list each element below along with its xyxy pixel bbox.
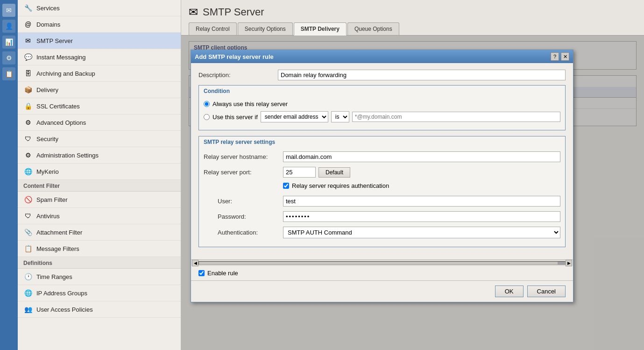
always-radio-label: Always use this relay server [212,100,288,107]
content-filter-header: Content Filter [18,180,181,192]
scrollbar-track[interactable] [198,261,566,265]
sidebar-item-advanced-label: Advanced Options [36,119,86,126]
tab-queue-options[interactable]: Queue Options [347,22,399,35]
ssl-icon: 🔒 [23,101,33,111]
main-content: ✉ SMTP Server Relay Control Security Opt… [181,0,644,350]
condition-select-2[interactable]: is [331,111,349,122]
condition-inputs: sender email address is [261,111,560,122]
user-label: User: [204,198,283,205]
sidebar-item-time-ranges[interactable]: 🕐 Time Ranges [18,269,181,285]
auth-type-select[interactable]: SMTP AUTH Command [283,227,560,238]
password-row: Password: [204,211,560,222]
sidebar-item-user-policies[interactable]: 👥 User Access Policies [18,301,181,318]
time-icon: 🕐 [23,272,33,281]
user-policies-icon: 👥 [23,305,33,314]
sidebar-item-archiving[interactable]: 🗄 Archiving and Backup [18,65,181,82]
default-port-button[interactable]: Default [318,167,350,178]
sidebar-item-advanced[interactable]: ⚙ Advanced Options [18,114,181,131]
advanced-icon: ⚙ [23,118,33,127]
scroll-left-arrow[interactable]: ◀ [192,260,198,266]
password-input[interactable] [283,211,560,222]
cancel-button[interactable]: Cancel [527,286,566,297]
enable-rule-row: Enable rule [191,266,573,280]
page-header: ✉ SMTP Server [181,0,644,22]
hostname-input[interactable] [283,151,560,162]
hostname-label: Relay server hostname: [204,153,283,160]
port-row: Relay server port: Default [204,167,560,178]
modal-title: Add SMTP relay server rule [195,53,274,60]
auth-checkbox-group: Relay server requires authentication [283,182,389,189]
icon-bar-mail[interactable]: ✉ [2,4,15,17]
auth-type-label: Authentication: [204,229,283,236]
sidebar-item-ip-groups[interactable]: 🌐 IP Address Groups [18,285,181,301]
modal-titlebar: Add SMTP relay server rule ? ✕ [191,50,573,63]
sidebar-item-archiving-label: Archiving and Backup [36,70,95,77]
relay-settings-title: SMTP relay server settings [199,136,565,148]
tab-smtp-delivery[interactable]: SMTP Delivery [294,22,347,36]
icon-bar-logs[interactable]: 📋 [2,67,15,80]
tab-relay-control[interactable]: Relay Control [189,22,237,35]
spam-icon: 🚫 [23,195,33,204]
sidebar-item-antivirus[interactable]: 🛡 Antivirus [18,208,181,224]
sidebar-item-attachment[interactable]: 📎 Attachment Filter [18,224,181,241]
description-input[interactable] [278,70,566,80]
ip-icon: 🌐 [23,288,33,298]
sidebar: 🔧 Services @ Domains ✉ SMTP Server 💬 Ins… [18,0,181,350]
sidebar-item-smtp-label: SMTP Server [36,37,73,44]
security-icon: 🛡 [23,134,33,143]
enable-rule-label: Enable rule [207,270,238,277]
sidebar-item-spam[interactable]: 🚫 Spam Filter [18,192,181,208]
sidebar-item-security[interactable]: 🛡 Security [18,131,181,147]
enable-rule-checkbox[interactable] [198,270,205,276]
port-inputs: Default [283,167,350,178]
port-label: Relay server port: [204,169,283,176]
condition-radio-row: Use this server if sender email address … [204,111,560,122]
relay-settings-content: Relay server hostname: Relay server port… [199,148,565,247]
always-radio-row: Always use this relay server [204,100,560,107]
hostname-row: Relay server hostname: [204,151,560,162]
auth-checkbox[interactable] [283,183,289,189]
modal-body: Description: Condition Always use this r… [191,63,573,259]
sidebar-item-services[interactable]: 🔧 Services [18,0,181,16]
archiving-icon: 🗄 [23,69,33,78]
sidebar-item-im-label: Instant Messaging [36,54,86,61]
sidebar-item-user-policies-label: User Access Policies [36,306,93,313]
icon-bar-settings[interactable]: ⚙ [2,51,15,64]
sidebar-item-domains[interactable]: @ Domains [18,16,181,33]
auth-checkbox-row: Relay server requires authentication [204,182,560,191]
description-label: Description: [198,71,278,79]
sidebar-item-admin[interactable]: ⚙ Administration Settings [18,147,181,164]
sidebar-item-instant-messaging[interactable]: 💬 Instant Messaging [18,49,181,65]
tab-security-options[interactable]: Security Options [238,22,293,35]
condition-section-content: Always use this relay server Use this se… [199,97,565,130]
scroll-right-arrow[interactable]: ▶ [566,260,572,266]
ok-button[interactable]: OK [495,286,524,297]
antivirus-icon: 🛡 [23,211,33,221]
modal-footer: OK Cancel [191,280,573,302]
condition-value-input[interactable] [352,112,560,122]
sidebar-item-ip-label: IP Address Groups [36,290,87,297]
icon-bar-stats[interactable]: 📊 [2,36,15,49]
sidebar-item-message-filters[interactable]: 📋 Message Filters [18,241,181,257]
port-input[interactable] [283,167,316,178]
close-button[interactable]: ✕ [561,52,569,61]
sidebar-item-mykerio-label: MyKerio [36,168,59,175]
modal-overlay: Add SMTP relay server rule ? ✕ Descripti… [181,36,644,350]
always-radio[interactable] [204,101,210,107]
sidebar-item-smtp-server[interactable]: ✉ SMTP Server [18,33,181,49]
icon-bar-users[interactable]: 👤 [2,20,15,33]
domains-icon: @ [23,20,33,29]
condition-radio[interactable] [204,114,210,120]
services-icon: 🔧 [23,3,33,13]
modal-controls: ? ✕ [551,52,569,61]
sidebar-item-ssl[interactable]: 🔒 SSL Certificates [18,98,181,114]
sidebar-item-mykerio[interactable]: 🌐 MyKerio [18,164,181,180]
message-filters-icon: 📋 [23,244,33,253]
sidebar-item-security-label: Security [36,136,58,143]
help-button[interactable]: ? [551,52,559,61]
condition-select-1[interactable]: sender email address [261,111,328,122]
sidebar-item-delivery-label: Delivery [36,86,58,93]
auth-label: Relay server requires authentication [292,182,389,189]
sidebar-item-delivery[interactable]: 📦 Delivery [18,82,181,98]
user-input[interactable] [283,196,560,207]
